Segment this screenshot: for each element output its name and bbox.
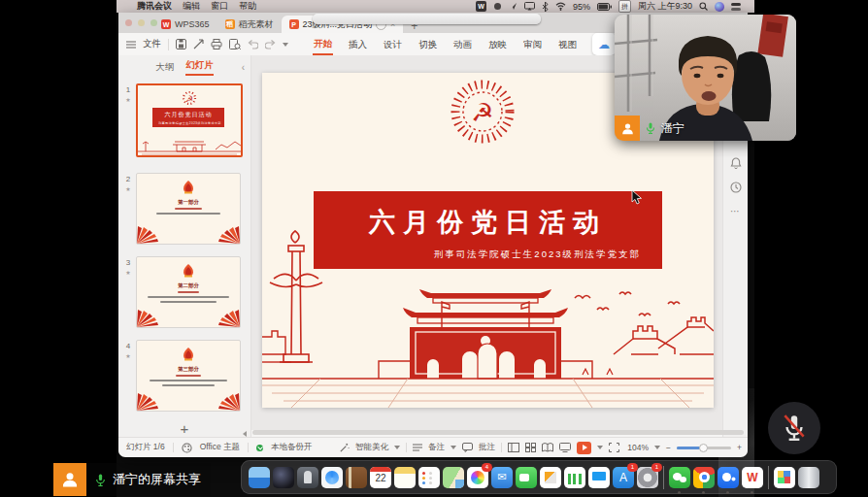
print-icon[interactable] xyxy=(211,39,222,50)
beautify-button[interactable]: 智能美化 xyxy=(355,442,388,453)
menu-help[interactable]: 帮助 xyxy=(239,0,256,13)
ribbon-tab-view[interactable]: 视图 xyxy=(557,34,578,54)
zoom-slider-knob[interactable] xyxy=(699,444,708,452)
ribbon-tab-design[interactable]: 设计 xyxy=(383,34,403,54)
dock-icon-photos[interactable]: 4 xyxy=(467,467,488,488)
ribbon-tab-slideshow[interactable]: 放映 xyxy=(487,34,508,54)
tab-wps365[interactable]: W WPS365 xyxy=(153,16,217,33)
siri-icon[interactable] xyxy=(715,2,724,12)
zoom-in-button[interactable]: + xyxy=(737,443,742,452)
play-slideshow-button[interactable] xyxy=(577,442,591,454)
close-window-button[interactable] xyxy=(125,19,132,26)
theme-palette-icon[interactable] xyxy=(182,443,192,453)
slide-thumbnail-2[interactable]: 第一部分 xyxy=(136,173,241,245)
dock-icon-calendar[interactable]: 22 xyxy=(370,467,391,488)
notes-icon[interactable] xyxy=(413,444,422,452)
slide-title-banner[interactable]: 六月份党日活动 刑事司法学院硕士生2023级刑法学党支部 xyxy=(314,191,662,269)
theme-name[interactable]: Office 主题 xyxy=(200,442,240,453)
zoom-window-button[interactable] xyxy=(150,19,157,26)
dock-icon-wechat[interactable] xyxy=(669,467,690,488)
slide-sorter-icon[interactable] xyxy=(525,443,536,452)
slide-thumbnail-3[interactable]: 第二部分 xyxy=(136,256,241,328)
zoom-out-button[interactable]: − xyxy=(666,443,671,452)
dock-icon-mail[interactable]: ✉ xyxy=(491,467,513,488)
menubar-clock[interactable]: 周六 上午9:30 xyxy=(638,0,692,13)
dock-icon-finder[interactable] xyxy=(249,467,270,488)
ribbon-tab-transition[interactable]: 切换 xyxy=(417,34,438,54)
dock-icon-settings[interactable]: 1 xyxy=(637,467,658,488)
reading-view-icon[interactable] xyxy=(542,443,553,452)
history-clock-icon[interactable] xyxy=(730,182,742,193)
window-traffic-lights[interactable] xyxy=(125,19,157,26)
dock-icon-appstore[interactable]: A1 xyxy=(613,467,634,488)
bluetooth-icon[interactable] xyxy=(542,2,549,12)
redo-icon[interactable] xyxy=(265,40,276,50)
dock-icon-keynote[interactable] xyxy=(588,467,610,488)
zoom-chevron-icon[interactable] xyxy=(654,446,660,449)
fit-window-icon[interactable] xyxy=(609,443,619,452)
dock-icon-dictionary[interactable] xyxy=(346,467,367,488)
save-icon[interactable] xyxy=(176,39,186,50)
dock-icon-launchpad[interactable] xyxy=(297,467,318,488)
zoom-level[interactable]: 104% xyxy=(625,443,649,452)
dock-icon-facetime[interactable] xyxy=(516,467,537,488)
dock-icon-maps[interactable] xyxy=(443,467,464,488)
tab-outline[interactable]: 大纲 xyxy=(155,61,174,74)
slide-thumbnail-4[interactable]: 第三部分 xyxy=(136,340,241,412)
print-preview-icon[interactable] xyxy=(229,39,241,50)
quickbar-chevron-icon[interactable] xyxy=(283,43,288,47)
comment-icon[interactable] xyxy=(462,443,473,452)
menu-app-name[interactable]: 腾讯会议 xyxy=(137,0,172,13)
ribbon-tab-home[interactable]: 开始 xyxy=(313,33,333,55)
collapse-panel-icon[interactable]: ‹ xyxy=(242,62,245,73)
wifi-icon[interactable] xyxy=(555,2,566,11)
dock-icon-meeting[interactable] xyxy=(718,467,739,488)
dock-icon-chrome[interactable] xyxy=(693,467,715,488)
notes-button[interactable]: 备注 xyxy=(428,442,445,453)
tab-slides[interactable]: 幻灯片 xyxy=(185,59,214,76)
input-method-icon[interactable]: 拼 xyxy=(618,0,631,13)
backup-status-label[interactable]: 本地备份开 xyxy=(271,442,313,453)
notes-chevron-icon[interactable] xyxy=(451,446,456,449)
dock-icon-siri[interactable] xyxy=(273,467,294,488)
ribbon-tab-insert[interactable]: 插入 xyxy=(348,34,368,54)
minimized-window-pill[interactable] xyxy=(313,14,541,24)
hamburger-menu-icon[interactable] xyxy=(126,41,136,49)
menu-window[interactable]: 窗口 xyxy=(211,0,228,13)
spotlight-search-icon[interactable] xyxy=(699,2,708,11)
add-slide-button[interactable]: + xyxy=(118,420,250,437)
dock-icon-notes[interactable] xyxy=(394,467,416,488)
tab-docer[interactable]: 稻 稻壳素材 xyxy=(217,16,282,33)
play-chevron-icon[interactable] xyxy=(597,446,603,449)
zoom-slider[interactable] xyxy=(677,447,731,449)
control-center-icon[interactable] xyxy=(731,3,741,11)
undo-icon[interactable] xyxy=(248,40,258,50)
participant-video[interactable]: 潘宁 xyxy=(615,15,796,141)
minimize-window-button[interactable] xyxy=(138,19,145,26)
export-icon[interactable] xyxy=(193,39,204,50)
slide-thumbnail-1[interactable]: ☭ 六月份党日活动 刑事司法学院硕士生2023级刑法学党支部 xyxy=(136,83,243,157)
menu-edit[interactable]: 编辑 xyxy=(183,0,200,13)
file-menu-button[interactable]: 文件 xyxy=(143,38,161,50)
status-dot-icon[interactable] xyxy=(493,2,502,11)
location-icon[interactable] xyxy=(509,2,517,11)
dock-icon-files[interactable] xyxy=(774,467,795,488)
mute-microphone-button[interactable] xyxy=(768,402,820,454)
comments-button[interactable]: 批注 xyxy=(479,442,495,453)
assistant-bell-icon[interactable] xyxy=(730,157,742,169)
presenter-view-icon[interactable] xyxy=(559,443,571,452)
dock-icon-pages[interactable] xyxy=(540,467,561,488)
dock-icon-reminders[interactable] xyxy=(418,467,440,488)
dock-icon-safari[interactable] xyxy=(321,467,343,488)
screen-mirroring-icon[interactable] xyxy=(524,2,535,11)
dock-icon-wps[interactable]: W xyxy=(742,467,763,488)
magic-wand-icon[interactable] xyxy=(339,443,350,453)
cloud-sync-button[interactable]: ☁ xyxy=(592,33,616,55)
horizontal-scrollbar[interactable] xyxy=(252,430,744,435)
slide-title[interactable]: 六月份党日活动 xyxy=(314,205,662,240)
dock-icon-numbers[interactable] xyxy=(564,467,585,488)
normal-view-icon[interactable] xyxy=(508,443,519,452)
ribbon-tab-review[interactable]: 审阅 xyxy=(522,34,543,54)
ribbon-tab-animation[interactable]: 动画 xyxy=(452,34,473,54)
slide-subtitle[interactable]: 刑事司法学院硕士生2023级刑法学党支部 xyxy=(314,248,662,261)
